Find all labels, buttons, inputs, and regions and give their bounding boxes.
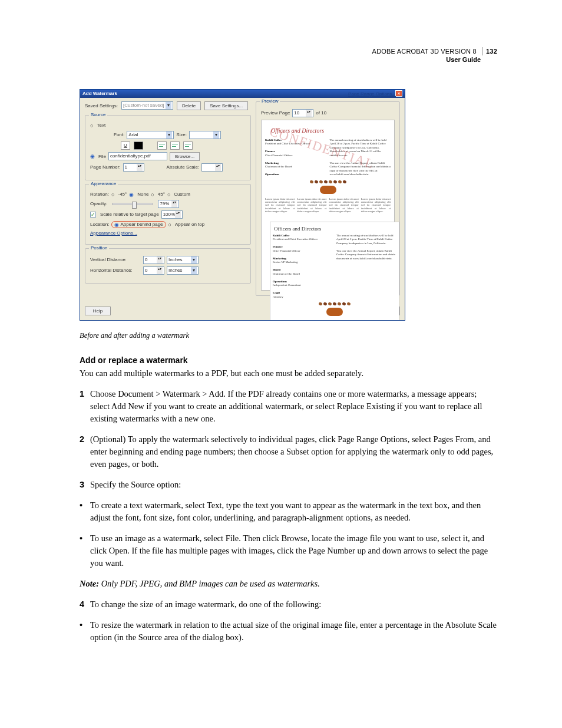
position-group: Position Vertical Distance: 0▴▾ Inches▾ …: [85, 248, 251, 284]
hdist-unit-dropdown[interactable]: Inches▾: [167, 266, 199, 275]
step-number: 3: [80, 479, 90, 491]
rot-p45-radio[interactable]: [151, 192, 155, 197]
location-label: Location:: [90, 222, 109, 227]
underline-icon[interactable]: U: [121, 141, 130, 150]
size-label: Size:: [176, 132, 187, 137]
step-3: 3 Specify the Source option:: [80, 479, 497, 491]
chevron-down-icon: ▾: [191, 267, 197, 274]
close-icon[interactable]: ×: [395, 90, 402, 97]
page-number-label: Page Number:: [90, 164, 121, 170]
product-name: ADOBE ACROBAT 3D VERSION 8: [372, 48, 477, 55]
appear-behind-radio[interactable]: [114, 222, 120, 228]
page-header: ADOBE ACROBAT 3D VERSION 8 132 User Guid…: [80, 47, 497, 64]
step-1: 1 Choose Document > Watermark > Add. If …: [80, 388, 497, 425]
size-dropdown[interactable]: ▾: [189, 131, 221, 139]
font-dropdown[interactable]: Arial▾: [127, 131, 174, 139]
preview-legend: Preview: [260, 98, 280, 104]
saved-settings-label: Saved Settings:: [85, 103, 118, 108]
bullet-icon: •: [80, 532, 90, 569]
vdist-label: Vertical Distance:: [90, 257, 141, 262]
position-legend: Position: [89, 245, 109, 251]
step-2: 2 (Optional) To apply the watermark sele…: [80, 433, 497, 470]
preview-page-total: of 10: [316, 110, 326, 116]
bullet-icon: •: [80, 499, 90, 524]
scale-relative-checkbox[interactable]: ✓: [90, 212, 96, 218]
align-left-icon[interactable]: [157, 141, 167, 150]
preview-page-label: Preview Page: [261, 110, 290, 116]
appearance-group: Appearance Rotation: -45° None 45° Custo…: [85, 184, 251, 245]
step-number: 1: [80, 388, 90, 425]
hdist-stepper[interactable]: 0▴▾: [143, 266, 164, 275]
bullet-item: • To use an image as a watermark, select…: [80, 532, 497, 569]
text-radio[interactable]: [90, 123, 94, 129]
source-group: Source Text Font: Arial▾ Size: ▾ U: [85, 115, 251, 180]
appear-ontop-radio[interactable]: [168, 222, 173, 228]
opacity-label: Opacity:: [90, 201, 107, 206]
align-center-icon[interactable]: [170, 141, 180, 150]
screenshot-figure: Add Watermark × Saved Settings: [Custom-…: [80, 89, 497, 321]
opacity-slider[interactable]: [112, 203, 153, 205]
chevron-down-icon: ▾: [166, 131, 172, 139]
intro-paragraph: You can add multiple watermarks to a PDF…: [80, 367, 497, 380]
step-number: 2: [80, 433, 90, 470]
align-right-icon[interactable]: [183, 141, 193, 150]
page-number-stepper[interactable]: 1▴▾: [123, 163, 144, 172]
file-path-input[interactable]: confidentialtype.pdf: [108, 152, 167, 160]
bullet-item: • To resize the watermark in relation to…: [80, 619, 497, 644]
page-range-options-link[interactable]: Page Range Options...: [348, 91, 396, 97]
section-heading: Add or replace a watermark: [80, 355, 497, 365]
scale-relative-stepper[interactable]: 100%▴▾: [161, 210, 183, 219]
note-paragraph: Note: Only PDF, JPEG, and BMP images can…: [80, 578, 497, 590]
hdist-label: Horizontal Distance:: [90, 268, 141, 273]
preview-page-stepper[interactable]: 10▴▾: [292, 109, 313, 117]
dialog-title: Add Watermark: [82, 90, 117, 98]
help-button[interactable]: Help: [85, 307, 111, 315]
absolute-scale-stepper[interactable]: ▴▾: [201, 163, 223, 172]
save-settings-button[interactable]: Save Settings...: [204, 101, 248, 110]
chevron-down-icon: ▾: [166, 102, 171, 109]
rot-custom-radio[interactable]: [167, 192, 171, 197]
bullet-item: • To create a text watermark, select Tex…: [80, 499, 497, 524]
file-radio[interactable]: [90, 153, 96, 159]
chevron-down-icon: ▾: [213, 131, 219, 139]
color-swatch-icon[interactable]: [134, 141, 143, 150]
guide-subtitle: User Guide: [80, 55, 497, 64]
bullet-icon: •: [80, 619, 90, 644]
delete-button[interactable]: Delete: [177, 101, 201, 110]
add-watermark-dialog: Add Watermark × Saved Settings: [Custom-…: [80, 89, 405, 321]
kahili-logo-icon: [320, 186, 336, 194]
browse-button[interactable]: Browse...: [170, 152, 200, 161]
page-number: 132: [482, 47, 497, 55]
appearance-legend: Appearance: [89, 181, 118, 186]
absolute-scale-label: Absolute Scale:: [167, 164, 200, 170]
figure-caption: Before and after adding a watermark: [80, 331, 497, 340]
before-doc-overlay: Officers and Directors Kahili CoffeePres…: [270, 222, 399, 321]
step-number: 4: [80, 598, 90, 611]
font-label: Font:: [114, 132, 124, 137]
appearance-options-link[interactable]: Appearance Options...: [90, 230, 137, 236]
location-behind-highlight: Appear behind page: [111, 221, 166, 228]
source-legend: Source: [89, 112, 107, 117]
rotation-label: Rotation:: [90, 192, 109, 197]
saved-settings-combo[interactable]: [Custom-not saved]▾: [121, 101, 173, 110]
opacity-stepper[interactable]: 79%▴▾: [158, 200, 179, 208]
vdist-unit-dropdown[interactable]: Inches▾: [167, 256, 199, 264]
rot-none-radio[interactable]: [129, 192, 135, 197]
rot-m45-radio[interactable]: [111, 192, 115, 197]
vdist-stepper[interactable]: 0▴▾: [143, 256, 164, 264]
step-4: 4 To change the size of an image waterma…: [80, 598, 497, 611]
kahili-logo-icon: [326, 308, 343, 316]
chevron-down-icon: ▾: [191, 256, 197, 263]
